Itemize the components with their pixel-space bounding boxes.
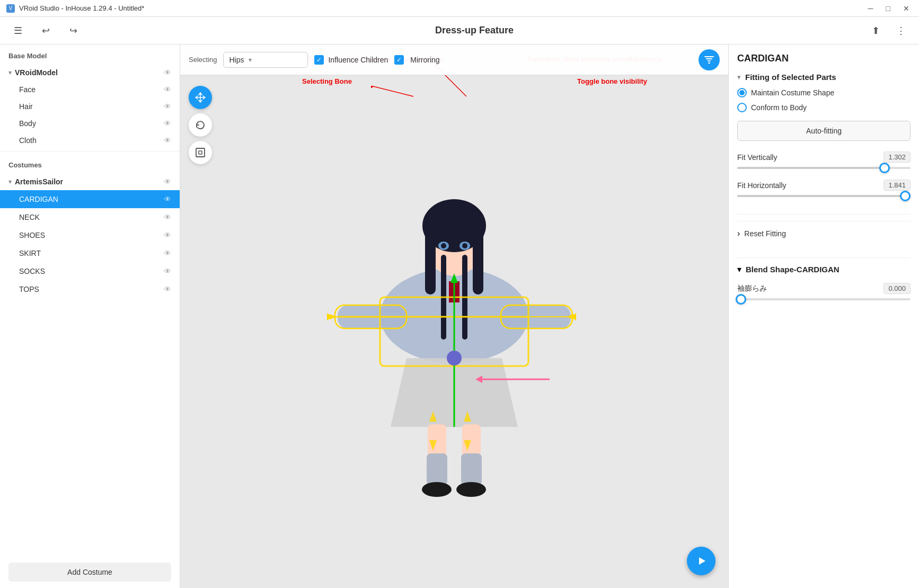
add-costume-button[interactable]: Add Costume <box>8 563 171 582</box>
more-button[interactable]: ⋮ <box>891 21 911 40</box>
cloth-item[interactable]: Cloth 👁 <box>0 132 180 149</box>
main-layout: Base Model ▾ VRoidModel 👁 Face 👁 Hair 👁 … <box>0 44 919 588</box>
eye-icon-cardigan[interactable]: 👁 <box>164 195 171 203</box>
costumes-section-title: Costumes <box>0 154 180 173</box>
play-button[interactable] <box>687 547 715 575</box>
eye-icon-shoes[interactable]: 👁 <box>164 231 171 239</box>
svg-point-46 <box>371 86 373 88</box>
maximize-button[interactable]: □ <box>883 3 894 14</box>
rotate-tool-button[interactable] <box>189 113 212 137</box>
fit-vertically-thumb[interactable] <box>879 163 890 173</box>
fitting-caret-icon: ▾ <box>737 73 741 81</box>
reset-caret-icon: › <box>737 229 740 238</box>
svg-line-45 <box>371 86 413 96</box>
annotation-line-bone <box>371 86 424 107</box>
toolbar-right: ⬆ ⋮ <box>866 21 911 40</box>
fit-horizontally-track[interactable] <box>737 195 911 197</box>
eye-icon-body[interactable]: 👁 <box>164 119 171 128</box>
blend-slider-section: 袖膨らみ 0.000 <box>737 283 911 300</box>
fit-vertically-section: Fit Vertically 1.302 <box>737 152 911 169</box>
eye-icon-cloth[interactable]: 👁 <box>164 136 171 145</box>
svg-point-15 <box>462 243 467 248</box>
redo-button[interactable]: ↪ <box>64 21 83 40</box>
costume-cardigan-label: CARDIGAN <box>19 195 58 203</box>
conform-body-radio[interactable]: Conform to Body <box>737 103 911 112</box>
fitting-section-title: Fitting of Selected Parts <box>745 73 836 82</box>
share-button[interactable]: ⬆ <box>866 21 885 40</box>
viewport-tools <box>189 86 212 164</box>
blend-label: 袖膨らみ <box>737 284 767 293</box>
fit-horizontally-header: Fit Horizontally 1.841 <box>737 180 911 191</box>
main-toolbar: ☰ ↩ ↪ Dress-up Feature ⬆ ⋮ <box>0 17 919 44</box>
artemis-sailor-item[interactable]: ▾ ArtemisSailor 👁 <box>0 173 180 190</box>
costume-socks[interactable]: SOCKS 👁 <box>0 262 180 280</box>
svg-rect-20 <box>427 453 447 485</box>
move-tool-button[interactable] <box>189 86 212 109</box>
fit-vertically-label: Fit Vertically <box>737 153 777 162</box>
costume-skirt[interactable]: SKIRT 👁 <box>0 244 180 262</box>
toolbar-title: Dress-up Feature <box>91 25 858 36</box>
costume-skirt-label: SKIRT <box>19 249 41 257</box>
mirroring-checkbox[interactable] <box>394 55 404 65</box>
costumes-list: ▾ ArtemisSailor 👁 CARDIGAN 👁 NECK 👁 SHOE… <box>0 173 180 556</box>
costume-tops[interactable]: TOPS 👁 <box>0 280 180 298</box>
eye-icon-skirt[interactable]: 👁 <box>164 249 171 257</box>
blend-shape-title: Blend Shape-CARDIGAN <box>746 265 840 274</box>
hair-item[interactable]: Hair 👁 <box>0 98 180 115</box>
svg-rect-8 <box>425 231 436 295</box>
bone-selector[interactable]: Hips ▾ <box>223 52 308 68</box>
blend-slider-track[interactable] <box>737 298 911 300</box>
fit-horizontally-label: Fit Horizontally <box>737 181 787 190</box>
svg-marker-47 <box>699 557 705 565</box>
play-icon <box>695 555 707 567</box>
right-panel-title: CARDIGAN <box>737 53 911 64</box>
influence-children-checkbox[interactable] <box>314 55 324 65</box>
eye-icon-vroid[interactable]: 👁 <box>164 68 171 77</box>
conform-body-label: Conform to Body <box>751 103 807 112</box>
face-item[interactable]: Face 👁 <box>0 81 180 98</box>
auto-fitting-button[interactable]: Auto-fitting <box>737 121 911 141</box>
minimize-button[interactable]: ─ <box>865 3 877 14</box>
undo-icon: ↩ <box>42 25 50 37</box>
move-icon <box>195 92 206 103</box>
eye-icon-artemis[interactable]: 👁 <box>164 177 171 186</box>
left-panel: Base Model ▾ VRoidModel 👁 Face 👁 Hair 👁 … <box>0 44 180 588</box>
blend-slider-thumb[interactable] <box>736 294 746 305</box>
eye-icon-socks[interactable]: 👁 <box>164 267 171 275</box>
fit-horizontally-thumb[interactable] <box>900 191 911 201</box>
costume-cardigan[interactable]: CARDIGAN 👁 <box>0 190 180 208</box>
fit-vertically-value: 1.302 <box>883 152 911 163</box>
costume-tops-label: TOPS <box>19 285 39 293</box>
filter-icon <box>704 55 714 65</box>
svg-point-14 <box>441 243 446 248</box>
body-item[interactable]: Body 👁 <box>0 115 180 132</box>
costume-neck[interactable]: NECK 👁 <box>0 208 180 226</box>
divider-3 <box>737 257 911 258</box>
visibility-toggle-button[interactable] <box>699 49 720 70</box>
reset-fitting-section[interactable]: › Reset Fitting <box>737 221 911 243</box>
influence-children-label: Influence Children <box>328 56 388 64</box>
eye-icon-neck[interactable]: 👁 <box>164 213 171 221</box>
eye-icon-face[interactable]: 👁 <box>164 85 171 94</box>
svg-rect-0 <box>196 148 205 157</box>
maintain-costume-radio[interactable]: Maintain Costume Shape <box>737 88 911 97</box>
caret-icon: ▾ <box>8 69 12 76</box>
bone-name: Hips <box>229 56 244 64</box>
vroid-model-item[interactable]: ▾ VRoidModel 👁 <box>0 64 180 81</box>
eye-icon-tops[interactable]: 👁 <box>164 285 171 293</box>
menu-button[interactable]: ☰ <box>8 21 28 40</box>
character-svg <box>295 152 613 512</box>
scale-icon <box>195 147 206 158</box>
costume-shoes[interactable]: SHOES 👁 <box>0 226 180 244</box>
svg-rect-1 <box>199 151 202 154</box>
artemis-sailor-label: ArtemisSailor <box>15 177 63 186</box>
svg-rect-2 <box>359 448 550 512</box>
annotation-text-toggle: Toggle bone visibility <box>577 77 647 85</box>
undo-button[interactable]: ↩ <box>36 21 55 40</box>
fit-vertically-fill <box>737 167 885 169</box>
close-button[interactable]: ✕ <box>900 3 913 14</box>
fit-vertically-track[interactable] <box>737 167 911 169</box>
annotation-text-bone: Selecting Bone <box>302 77 352 85</box>
scale-tool-button[interactable] <box>189 141 212 164</box>
eye-icon-hair[interactable]: 👁 <box>164 102 171 111</box>
